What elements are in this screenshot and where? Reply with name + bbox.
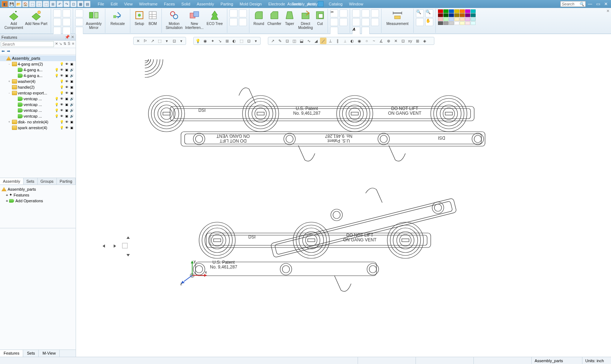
menu-wireframe[interactable]: Wireframe bbox=[136, 1, 160, 7]
bulb-icon[interactable]: 💡 bbox=[54, 114, 59, 119]
tab-sets[interactable]: Sets bbox=[23, 350, 39, 357]
color-swatch[interactable] bbox=[443, 21, 448, 25]
spk-icon[interactable]: 🔊 bbox=[69, 102, 74, 107]
color-swatch[interactable] bbox=[449, 17, 454, 21]
feature-tree[interactable]: Assembly_parts-4-gang arm(2)💡👁▣4-gang a.… bbox=[0, 55, 76, 178]
scissors-icon[interactable]: ✂ bbox=[330, 9, 338, 17]
color-swatch[interactable] bbox=[454, 13, 459, 17]
menu-assembly[interactable]: Assembly bbox=[194, 1, 217, 7]
ribbon-small-button[interactable] bbox=[239, 18, 247, 26]
menu-electrode[interactable]: Electrode bbox=[265, 1, 288, 7]
minimize-button[interactable]: — bbox=[586, 1, 594, 7]
ribbon-small-button[interactable] bbox=[75, 9, 83, 17]
eye-icon[interactable]: 👁 bbox=[59, 73, 64, 78]
ribbon-small-button[interactable] bbox=[330, 18, 338, 26]
spk-icon[interactable]: 🔊 bbox=[69, 114, 74, 119]
undo-icon[interactable]: ↶ bbox=[56, 1, 63, 7]
menu-window[interactable]: Window bbox=[346, 1, 366, 7]
bulb-icon[interactable]: 💡 bbox=[59, 91, 64, 96]
panel-close-icon[interactable]: ✕ bbox=[71, 35, 74, 39]
filter-icon[interactable]: ⇅ bbox=[63, 42, 67, 47]
ribbon-small-button[interactable] bbox=[371, 18, 379, 26]
tb-btn[interactable]: ◐ bbox=[349, 38, 355, 44]
color-swatch[interactable] bbox=[465, 17, 470, 21]
eye-icon[interactable]: 👁 bbox=[64, 91, 69, 96]
eye-icon[interactable]: 👁 bbox=[59, 97, 64, 101]
qat-btn[interactable]: ⊞ bbox=[50, 1, 56, 7]
ribbon-small-button[interactable] bbox=[53, 18, 61, 26]
qat-btn[interactable]: 🏠 bbox=[22, 1, 29, 7]
ribbon-small-button[interactable] bbox=[229, 9, 237, 17]
ribbon-small-button[interactable] bbox=[352, 18, 360, 26]
box-icon[interactable]: ▣ bbox=[69, 91, 74, 96]
color-swatch[interactable] bbox=[438, 13, 443, 17]
tb-btn[interactable]: ↘ bbox=[216, 38, 223, 44]
ribbon-small-button[interactable] bbox=[352, 9, 360, 17]
view-arrows[interactable] bbox=[101, 230, 138, 266]
zoom-fit-icon[interactable]: 🔍 bbox=[425, 9, 433, 17]
bom-button[interactable]: BOM bbox=[146, 9, 159, 26]
menu-edit[interactable]: Edit bbox=[108, 1, 121, 7]
tb-btn[interactable]: xy bbox=[407, 38, 413, 44]
maximize-button[interactable]: ▭ bbox=[594, 1, 602, 7]
menu-view[interactable]: View bbox=[121, 1, 136, 7]
color-swatch[interactable] bbox=[460, 21, 465, 25]
bulb-icon[interactable]: 💡 bbox=[54, 73, 59, 78]
add-component-button[interactable]: AddComponent bbox=[4, 9, 24, 30]
tab-m-view[interactable]: M-View bbox=[39, 350, 59, 357]
taper-button[interactable]: Taper bbox=[283, 9, 296, 30]
tb-btn[interactable]: ⊥ bbox=[327, 38, 334, 44]
close-button[interactable]: ✕ bbox=[602, 1, 610, 7]
color-swatch[interactable] bbox=[454, 21, 459, 25]
qat-btn[interactable]: ⬚ bbox=[36, 1, 42, 7]
tb-btn[interactable]: ↗ bbox=[269, 38, 276, 44]
text-icon[interactable]: A bbox=[352, 27, 360, 35]
color-swatch[interactable] bbox=[454, 9, 459, 13]
filter-icon[interactable]: S bbox=[67, 42, 71, 47]
menu-faces[interactable]: Faces bbox=[161, 1, 178, 7]
menu-parting[interactable]: Parting bbox=[218, 1, 236, 7]
bulb-icon[interactable]: 💡 bbox=[54, 108, 59, 113]
tb-btn[interactable]: ◈ bbox=[421, 38, 428, 44]
box-icon[interactable]: ▣ bbox=[64, 73, 69, 78]
color-swatch[interactable] bbox=[449, 9, 454, 13]
tb-btn[interactable]: ~ bbox=[371, 38, 377, 44]
round-button[interactable]: Round bbox=[252, 9, 266, 30]
tree-row[interactable]: Assembly_parts bbox=[0, 55, 76, 61]
new-interference-button[interactable]: NewInterferen... bbox=[184, 9, 205, 30]
tree-row[interactable]: ventcap ...💡👁▣🔊 bbox=[0, 113, 76, 119]
tb-btn[interactable]: ⊡ bbox=[400, 38, 406, 44]
filter-icon[interactable]: ≡ bbox=[71, 42, 75, 47]
expand-icon[interactable]: + bbox=[7, 120, 11, 124]
spk-icon[interactable]: 🔊 bbox=[69, 68, 74, 72]
expand-icon[interactable]: + bbox=[7, 80, 11, 83]
add-new-part-button[interactable]: Add New Part bbox=[24, 9, 49, 30]
menu-mold-design[interactable]: Mold Design bbox=[237, 1, 265, 7]
tb-btn[interactable]: ⟂ bbox=[342, 38, 348, 44]
eye-icon[interactable]: 👁 bbox=[64, 79, 69, 84]
ribbon-small-button[interactable] bbox=[229, 18, 237, 26]
color-swatch[interactable] bbox=[465, 9, 470, 13]
box-icon[interactable]: ▣ bbox=[64, 68, 69, 72]
tb-btn[interactable]: ⊡ bbox=[284, 38, 290, 44]
tb-btn[interactable]: ◫ bbox=[291, 38, 298, 44]
color-swatch[interactable] bbox=[438, 21, 443, 25]
box-icon[interactable]: ▣ bbox=[69, 79, 74, 84]
ribbon-small-button[interactable] bbox=[63, 9, 71, 17]
ribbon-small-button[interactable] bbox=[53, 27, 61, 35]
bulb-icon[interactable]: 💡 bbox=[59, 85, 64, 90]
eye-icon[interactable]: 👁 bbox=[64, 85, 69, 90]
tb-btn[interactable]: ✎ bbox=[277, 38, 283, 44]
eye-icon[interactable]: 👁 bbox=[59, 102, 64, 107]
box-icon[interactable]: ▣ bbox=[64, 108, 69, 113]
tree-row[interactable]: 4-gang a...💡👁▣🔊 bbox=[0, 67, 76, 73]
box-icon[interactable]: ▣ bbox=[64, 114, 69, 119]
bulb-icon[interactable]: 💡 bbox=[54, 68, 59, 72]
orientation-triad[interactable]: x y z bbox=[176, 259, 208, 292]
measurement-button[interactable]: Measurement bbox=[384, 9, 411, 26]
tab-features[interactable]: Features bbox=[0, 350, 23, 357]
tb-btn[interactable]: ∿ bbox=[306, 38, 312, 44]
tb-btn[interactable]: ⊞ bbox=[414, 38, 421, 44]
box-icon[interactable]: ▣ bbox=[69, 85, 74, 90]
tb-btn[interactable]: ↗ bbox=[149, 38, 156, 44]
